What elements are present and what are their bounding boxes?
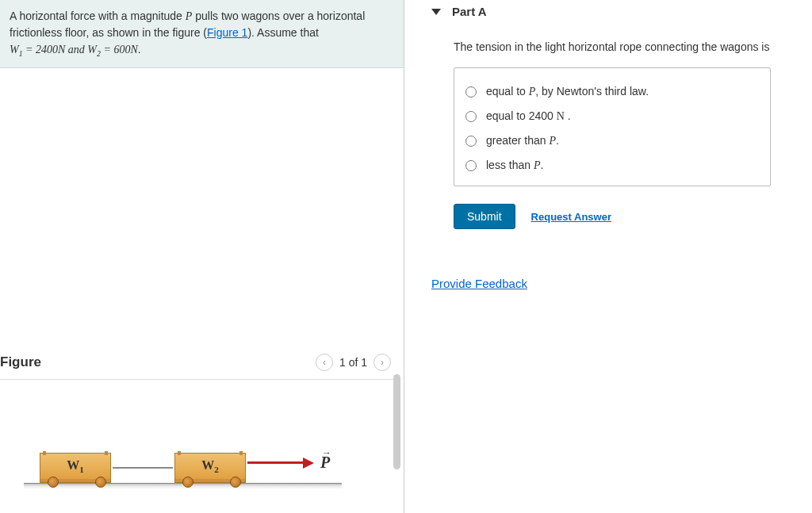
period: . <box>138 43 141 56</box>
collapse-icon <box>431 9 441 15</box>
part-header[interactable]: Part A <box>431 5 812 18</box>
figure-canvas: W1 W2 → P <box>24 412 342 507</box>
problem-text: ). Assume that <box>247 26 318 39</box>
problem-text: A horizontal force with a magnitude <box>10 10 186 22</box>
wagon-2: W2 <box>174 453 246 480</box>
part-label: Part A <box>452 5 487 18</box>
force-label: → P <box>320 454 330 472</box>
option-1[interactable]: equal to P, by Newton's third law. <box>465 79 759 104</box>
question-text: The tension in the light horizontal rope… <box>454 40 812 53</box>
force-arrow: → P <box>247 454 330 472</box>
pager-prev-button[interactable]: ‹ <box>316 354 333 371</box>
radio-icon[interactable] <box>465 136 477 147</box>
answer-options: equal to P, by Newton's third law. equal… <box>454 67 771 186</box>
option-3[interactable]: greater than P. <box>465 128 759 153</box>
problem-equation: W1 = 2400N and W2 = 600N <box>10 44 138 56</box>
pager-next-button[interactable]: › <box>373 354 391 371</box>
wagon-1: W1 <box>40 453 111 480</box>
request-answer-link[interactable]: Request Answer <box>531 211 611 223</box>
option-2[interactable]: equal to 2400 N . <box>465 104 759 128</box>
wheel-icon <box>48 477 59 488</box>
right-pane: Part A The tension in the light horizont… <box>404 0 812 513</box>
pager-label: 1 of 1 <box>339 356 367 369</box>
figure-section: Figure ‹ 1 of 1 › W1 W2 <box>0 349 404 513</box>
figure-title: Figure <box>0 354 41 370</box>
arrow-head-icon <box>303 457 314 469</box>
figure-pager: ‹ 1 of 1 › <box>316 354 391 371</box>
figure-link[interactable]: Figure 1 <box>207 26 247 39</box>
submit-button[interactable]: Submit <box>454 204 515 229</box>
wheel-icon <box>182 477 193 488</box>
wheel-icon <box>95 477 106 488</box>
option-4[interactable]: less than P. <box>465 153 759 178</box>
radio-icon[interactable] <box>465 160 477 171</box>
radio-icon[interactable] <box>465 111 477 122</box>
problem-statement: A horizontal force with a magnitude P pu… <box>0 0 404 68</box>
radio-icon[interactable] <box>465 86 477 98</box>
rope <box>113 467 173 469</box>
left-pane: A horizontal force with a magnitude P pu… <box>0 0 404 513</box>
provide-feedback-link[interactable]: Provide Feedback <box>431 277 812 290</box>
wheel-icon <box>230 477 241 488</box>
scrollbar-thumb[interactable] <box>393 374 400 469</box>
